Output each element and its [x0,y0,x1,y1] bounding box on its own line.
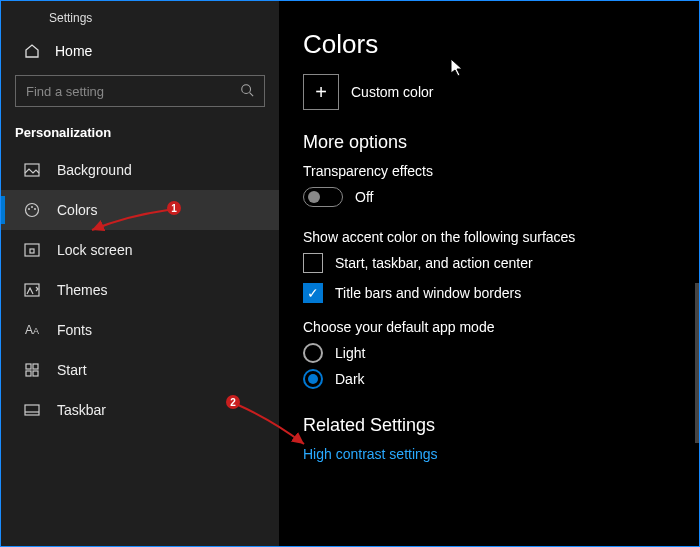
sidebar-item-fonts[interactable]: AA Fonts [1,310,279,350]
svg-rect-1 [25,164,39,176]
related-heading: Related Settings [303,415,683,436]
image-icon [23,163,41,177]
sidebar-item-start[interactable]: Start [1,350,279,390]
svg-point-2 [26,204,39,217]
sidebar-item-background[interactable]: Background [1,150,279,190]
svg-rect-9 [26,364,31,369]
sidebar-item-label: Start [57,362,87,378]
sidebar-item-label: Fonts [57,322,92,338]
fonts-icon: AA [23,323,41,337]
more-options-heading: More options [303,132,683,153]
window-title: Settings [1,7,279,35]
accent-heading: Show accent color on the following surfa… [303,229,683,245]
plus-icon: + [315,81,327,104]
custom-color-button[interactable]: + [303,74,339,110]
search-icon [240,83,254,100]
accent-titlebar-checkbox[interactable]: ✓ [303,283,323,303]
main-panel: Colors + Custom color More options Trans… [279,1,699,546]
sidebar-item-label: Taskbar [57,402,106,418]
transparency-state: Off [355,189,373,205]
svg-rect-7 [30,249,34,253]
home-button[interactable]: Home [1,35,279,69]
svg-rect-11 [26,371,31,376]
palette-icon [23,202,41,218]
section-heading: Personalization [1,117,279,150]
annotation-badge-1: 1 [167,201,181,215]
start-icon [23,363,41,377]
taskbar-icon [23,404,41,416]
sidebar-item-label: Colors [57,202,97,218]
accent-start-label: Start, taskbar, and action center [335,255,533,271]
home-icon [23,43,41,59]
sidebar-item-label: Lock screen [57,242,132,258]
custom-color-label: Custom color [351,84,433,100]
sidebar-item-lockscreen[interactable]: Lock screen [1,230,279,270]
search-input[interactable]: Find a setting [15,75,265,107]
transparency-toggle[interactable] [303,187,343,207]
sidebar-item-label: Background [57,162,132,178]
home-label: Home [55,43,92,59]
svg-point-0 [242,84,251,93]
annotation-badge-2: 2 [226,395,240,409]
svg-point-3 [28,208,30,210]
themes-icon [23,283,41,297]
svg-point-5 [34,208,36,210]
svg-rect-10 [33,364,38,369]
high-contrast-link[interactable]: High contrast settings [303,446,683,462]
mode-dark-label: Dark [335,371,365,387]
search-placeholder: Find a setting [26,84,104,99]
mode-light-radio[interactable] [303,343,323,363]
sidebar-item-label: Themes [57,282,108,298]
svg-rect-6 [25,244,39,256]
svg-point-4 [31,206,33,208]
svg-rect-13 [25,405,39,415]
mode-light-label: Light [335,345,365,361]
accent-start-checkbox[interactable] [303,253,323,273]
page-title: Colors [303,29,683,60]
sidebar-item-themes[interactable]: Themes [1,270,279,310]
svg-rect-12 [33,371,38,376]
sidebar-item-colors[interactable]: Colors [1,190,279,230]
app-mode-heading: Choose your default app mode [303,319,683,335]
transparency-label: Transparency effects [303,163,683,179]
sidebar: Settings Home Find a setting Personaliza… [1,1,279,546]
lockscreen-icon [23,243,41,257]
mode-dark-radio[interactable] [303,369,323,389]
scrollbar[interactable] [695,43,699,546]
accent-titlebar-label: Title bars and window borders [335,285,521,301]
